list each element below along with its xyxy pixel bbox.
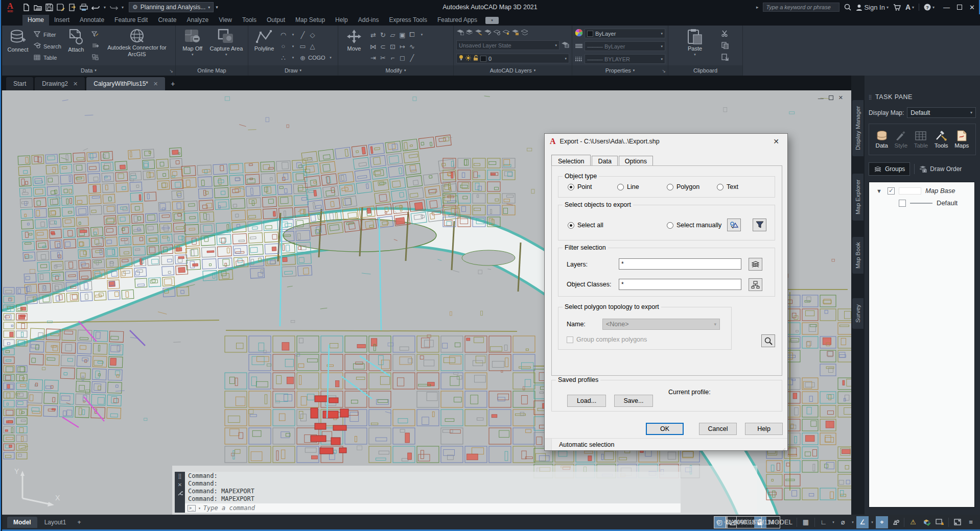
radio-icon[interactable] xyxy=(667,222,673,229)
data-button[interactable]: Data xyxy=(876,130,888,149)
tab-create[interactable]: Create xyxy=(153,15,181,26)
search-button[interactable]: Search xyxy=(33,42,61,50)
tab-map-setup[interactable]: Map Setup xyxy=(290,15,330,26)
layer-isolate-icon[interactable] xyxy=(493,29,501,37)
save-icon[interactable] xyxy=(45,4,53,11)
arc-tool-icon[interactable]: ◠ xyxy=(279,31,288,39)
tab-featured-apps[interactable]: Featured Apps xyxy=(432,15,482,26)
tab-home[interactable]: Home xyxy=(22,15,49,26)
spline-edit-icon[interactable]: ∿ xyxy=(408,43,416,51)
dialog-title-bar[interactable]: A Export - C:\Users\Ada\..\Export.shp ✕ xyxy=(545,134,787,149)
close-icon[interactable]: ✕ xyxy=(73,81,78,87)
radio-select-all[interactable]: Select all xyxy=(568,222,603,229)
cut-icon[interactable] xyxy=(720,30,729,38)
chevron-down-icon[interactable]: ▼ xyxy=(876,188,883,194)
pick-object-classes-button[interactable] xyxy=(749,278,762,291)
help-icon[interactable]: ?▾ xyxy=(924,4,935,11)
plot-icon[interactable] xyxy=(80,4,88,11)
tab-annotate[interactable]: Annotate xyxy=(75,15,109,26)
filter-edit-icon[interactable] xyxy=(91,31,100,39)
command-window[interactable]: ⣿ ✕ Command: Command: Command: MAPEXPORT… xyxy=(175,472,681,513)
tab-add-ins[interactable]: Add-ins xyxy=(353,15,384,26)
radio-icon[interactable] xyxy=(717,184,724,190)
isodraft-toggle[interactable]: ⌀ xyxy=(837,516,849,528)
autocad-logo-icon[interactable]: A M3D xyxy=(1,0,19,14)
draw-order-button[interactable]: Draw Order xyxy=(919,165,962,173)
zoom-extents-button[interactable] xyxy=(761,334,775,347)
object-color-dropdown[interactable]: ByLayer ▾ xyxy=(585,29,665,38)
cancel-button[interactable]: Cancel xyxy=(699,423,737,435)
tab-map-book[interactable]: Map Book xyxy=(852,237,864,274)
cogo-icon[interactable]: ⊕ xyxy=(298,54,307,62)
radio-icon[interactable] xyxy=(568,184,574,190)
layer-list-icon[interactable] xyxy=(465,29,473,37)
filter-button[interactable]: Filter xyxy=(33,31,61,39)
radio-icon[interactable] xyxy=(667,184,673,190)
annotation-monitor-icon[interactable] xyxy=(934,516,946,528)
layer-state-dropdown[interactable]: Unsaved Layer State ▾ xyxy=(456,40,559,50)
join-tool-icon[interactable]: ↦ xyxy=(398,43,407,51)
close-icon[interactable]: ✕ xyxy=(153,81,158,87)
arcgis-connector-button[interactable]: Autodesk Connector for ArcGIS xyxy=(101,27,173,65)
open-file-icon[interactable] xyxy=(34,4,42,11)
qat-customize-icon[interactable]: ▾ xyxy=(216,5,218,10)
customization-menu-icon[interactable]: ≡ xyxy=(965,516,977,528)
tab-map-explorer[interactable]: Map Explorer xyxy=(852,174,864,221)
array-tool-icon[interactable]: ▣ xyxy=(398,31,407,39)
drag-grip-icon[interactable]: ⣿ xyxy=(178,473,181,479)
erase-tool-icon[interactable]: ╱ xyxy=(408,54,416,62)
connect-button[interactable]: Connect xyxy=(5,27,31,65)
redo-icon[interactable] xyxy=(109,4,118,11)
tab-analyze[interactable]: Analyze xyxy=(181,15,214,26)
polyline-button[interactable]: Polyline xyxy=(251,27,277,65)
layout1-tab[interactable]: Layout1 xyxy=(38,517,73,528)
capture-area-button[interactable]: Capture Area ▾ xyxy=(208,27,244,65)
radio-icon[interactable] xyxy=(568,222,574,229)
select-objects-button[interactable] xyxy=(727,219,741,231)
quick-filter-button[interactable] xyxy=(753,219,766,231)
dialog-launcher-icon[interactable]: ↘ xyxy=(169,68,173,74)
rectangle-tool-icon[interactable]: ▭ xyxy=(298,42,307,50)
help-button[interactable]: Help xyxy=(745,423,783,435)
radio-select-manually[interactable]: Select manually xyxy=(667,222,721,229)
tools-button[interactable]: Tools xyxy=(935,130,948,149)
autosnap-marker-toggle[interactable]: ⌖ xyxy=(876,516,888,528)
doc-close-icon[interactable]: ✕ xyxy=(838,94,843,101)
osnap-tracking-toggle[interactable]: ∠ xyxy=(856,516,869,528)
sign-in-button[interactable]: Sign In ▾ xyxy=(856,4,889,11)
copy-clip-icon[interactable] xyxy=(720,42,729,51)
tab-survey[interactable]: Survey xyxy=(852,298,864,329)
doc-restore-icon[interactable] xyxy=(829,95,833,100)
panel-label-autocad-layers[interactable]: AutoCAD Layers▾ xyxy=(454,65,572,76)
break-tool-icon[interactable]: ⌐ xyxy=(388,54,397,62)
export-icon[interactable] xyxy=(68,4,76,11)
drafting-settings-gear[interactable]: ⚙▾ xyxy=(714,516,728,528)
layer-match-icon[interactable] xyxy=(484,29,492,37)
scale-tool-icon[interactable]: ⊡ xyxy=(388,43,397,51)
layer-set-current-icon[interactable] xyxy=(475,29,482,37)
search-input[interactable] xyxy=(763,3,839,12)
save-profile-button[interactable]: Save... xyxy=(614,395,653,407)
groups-button[interactable]: Groups xyxy=(869,162,910,176)
ortho-toggle[interactable]: ∟ xyxy=(818,516,830,528)
rotate-tool-icon[interactable]: ↻ xyxy=(379,31,387,39)
lineweight-dropdown[interactable]: ——— BYLAYER ▾ xyxy=(585,54,665,64)
tab-view[interactable]: View xyxy=(214,15,237,26)
tab-feature-edit[interactable]: Feature Edit xyxy=(109,15,153,26)
dialog-launcher-icon[interactable]: ↘ xyxy=(662,68,666,74)
layer-lock-icon[interactable] xyxy=(511,29,519,37)
current-layer-dropdown[interactable]: 0 ▾ xyxy=(456,54,569,63)
fillet-tool-icon[interactable]: ⊂ xyxy=(379,43,387,51)
command-window-grip[interactable]: ⣿ ✕ xyxy=(175,472,185,513)
radio-icon[interactable] xyxy=(617,184,624,190)
panel-label-modify[interactable]: Modify▾ xyxy=(338,65,453,76)
close-icon[interactable]: ✕ xyxy=(178,482,182,488)
app-store-cart-icon[interactable] xyxy=(893,4,901,11)
undo-dropdown-icon[interactable]: ▾ xyxy=(104,5,106,10)
workspace-switcher[interactable]: ⚙ Planning and Analysis... ▾ xyxy=(129,2,214,12)
lineweight-icon[interactable] xyxy=(575,56,583,63)
linetype-icon[interactable] xyxy=(575,43,583,50)
radio-polygon[interactable]: Polygon xyxy=(667,183,699,190)
close-button[interactable]: ✕ xyxy=(969,4,975,11)
cogo-button[interactable]: COGO xyxy=(308,55,325,61)
